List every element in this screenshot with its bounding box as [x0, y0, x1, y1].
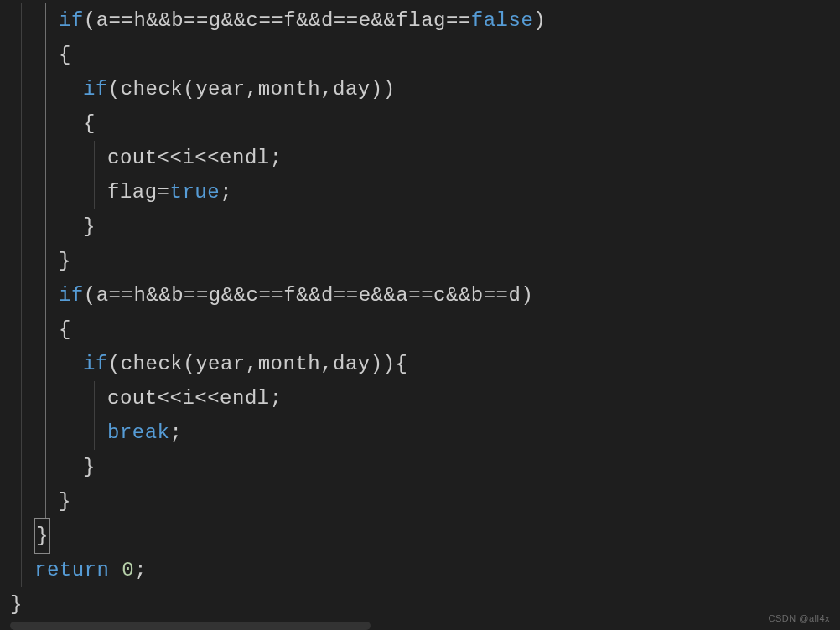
- code-line[interactable]: }: [10, 244, 840, 278]
- code-line[interactable]: {: [10, 106, 840, 141]
- token-keyword: if: [59, 284, 84, 307]
- code-text: }: [10, 244, 71, 278]
- code-text: {: [10, 312, 71, 347]
- code-line[interactable]: }: [10, 519, 840, 553]
- bracket-match-highlight: }: [34, 518, 50, 554]
- token-text: (a==h&&b==g&&c==f&&d==e&&flag==: [84, 9, 471, 32]
- token-keyword: break: [107, 421, 170, 444]
- token-num: 0: [122, 559, 134, 581]
- code-line[interactable]: cout<<i<<endl;: [10, 381, 840, 416]
- code-text: return 0;: [10, 553, 147, 587]
- code-line[interactable]: break;: [10, 416, 840, 450]
- watermark-text: CSDN @all4x: [768, 613, 830, 623]
- code-text: cout<<i<<endl;: [10, 381, 283, 416]
- token-text: }: [83, 456, 96, 478]
- code-text: }: [10, 518, 50, 554]
- code-line[interactable]: }: [10, 209, 840, 244]
- code-text: if(a==h&&b==g&&c==f&&d==e&&a==c&&b==d): [10, 278, 533, 312]
- token-keyword: if: [83, 78, 108, 101]
- token-text: {: [59, 318, 71, 341]
- code-text: {: [10, 106, 96, 141]
- token-bool: false: [471, 9, 534, 32]
- token-text: (a==h&&b==g&&c==f&&d==e&&a==c&&b==d): [84, 284, 533, 307]
- code-lines-container: if(a==h&&b==g&&c==f&&d==e&&flag==false){…: [10, 3, 840, 622]
- token-keyword: return: [34, 559, 109, 581]
- token-text: }: [59, 250, 71, 272]
- token-keyword: if: [83, 353, 108, 375]
- code-line[interactable]: {: [10, 312, 840, 347]
- token-text: ): [533, 9, 546, 32]
- token-text: flag=: [107, 181, 170, 204]
- token-text: ;: [170, 421, 183, 444]
- code-text: {: [10, 38, 71, 72]
- code-line[interactable]: {: [10, 38, 840, 72]
- token-text: }: [59, 490, 71, 513]
- token-text: [109, 559, 122, 581]
- token-text: }: [83, 215, 96, 238]
- token-text: {: [59, 44, 71, 66]
- token-text: ;: [220, 181, 232, 204]
- horizontal-scrollbar[interactable]: [10, 622, 371, 630]
- token-text: (check(year,month,day)): [108, 78, 396, 101]
- token-bool: true: [170, 181, 220, 204]
- code-text: break;: [10, 416, 182, 450]
- code-line[interactable]: }: [10, 450, 840, 484]
- code-line[interactable]: flag=true;: [10, 175, 840, 209]
- code-text: flag=true;: [10, 175, 232, 209]
- code-line[interactable]: }: [10, 587, 840, 622]
- code-line[interactable]: if(a==h&&b==g&&c==f&&d==e&&flag==false): [10, 3, 840, 38]
- code-line[interactable]: return 0;: [10, 553, 840, 587]
- code-line[interactable]: if(check(year,month,day)): [10, 72, 840, 106]
- code-text: if(check(year,month,day)): [10, 72, 396, 106]
- code-line[interactable]: if(a==h&&b==g&&c==f&&d==e&&a==c&&b==d): [10, 278, 840, 312]
- token-text: ;: [134, 559, 147, 581]
- code-line[interactable]: if(check(year,month,day)){: [10, 347, 840, 381]
- token-text: cout<<i<<endl;: [107, 387, 283, 410]
- code-text: }: [10, 587, 23, 622]
- code-text: if(a==h&&b==g&&c==f&&d==e&&flag==false): [10, 3, 546, 38]
- code-text: }: [10, 484, 71, 519]
- code-line[interactable]: }: [10, 484, 840, 519]
- token-keyword: if: [59, 9, 84, 32]
- code-editor-viewport[interactable]: if(a==h&&b==g&&c==f&&d==e&&flag==false){…: [0, 0, 840, 622]
- token-text: cout<<i<<endl;: [107, 147, 283, 169]
- code-line[interactable]: cout<<i<<endl;: [10, 141, 840, 175]
- token-text: (check(year,month,day)){: [108, 353, 408, 375]
- token-text: }: [10, 593, 23, 616]
- code-text: if(check(year,month,day)){: [10, 347, 407, 381]
- code-text: }: [10, 209, 96, 244]
- code-text: }: [10, 450, 96, 484]
- code-text: cout<<i<<endl;: [10, 141, 283, 175]
- token-text: {: [83, 112, 96, 135]
